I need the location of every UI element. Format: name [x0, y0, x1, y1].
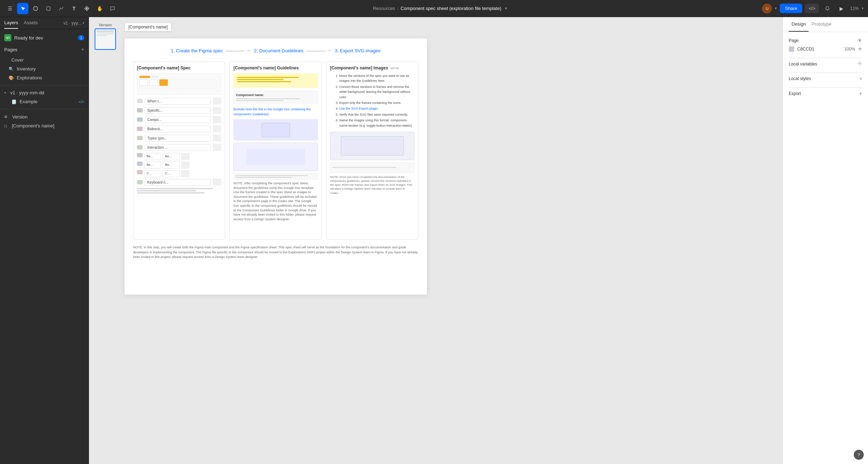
main-content-frame: 1. Create the Figma spec ———→ 2. Documen… — [125, 38, 427, 295]
version-selector[interactable]: v1 · yyy... ▾ — [63, 20, 84, 29]
spec-double-thumb-1 — [137, 153, 143, 157]
breadcrumb-separator: / — [397, 6, 398, 11]
page-section: Page 👁 C8CCD1 100% 👁 — [789, 38, 862, 52]
toolbar: ☰ T ✋ Resources / Component spec sheet (… — [0, 0, 868, 17]
hand-tool-button[interactable]: ✋ — [94, 3, 105, 14]
left-panel-content: Ready for dev 1 Pages + Cover 🔍 Inventor… — [0, 29, 89, 464]
comment-tool-button[interactable] — [107, 3, 118, 14]
guidelines-large-img-inner — [247, 149, 305, 165]
tab-design[interactable]: Design — [789, 17, 809, 32]
tab-prototype[interactable]: Prototype — [809, 17, 834, 32]
export-add-icon[interactable]: + — [859, 90, 862, 97]
breadcrumb-parent[interactable]: Resources — [373, 6, 395, 11]
guidelines-large-image — [233, 143, 318, 171]
dropdown-chevron-icon[interactable]: ▾ — [505, 6, 507, 11]
local-styles-section: Local styles + — [789, 76, 862, 81]
spec-item-4: Types (pro... — [137, 135, 221, 142]
guidelines-highlight — [235, 75, 316, 84]
spec-item-right-0 — [213, 97, 221, 105]
images-step-4: Use the SVG Export plugin. — [339, 106, 414, 111]
spec-item-label-1: Specific... — [145, 107, 211, 114]
add-page-button[interactable]: + — [81, 46, 84, 53]
menu-button[interactable]: ☰ — [4, 3, 16, 14]
play-button[interactable]: ▶ — [836, 3, 847, 14]
spec-double-label-3b: C... — [163, 170, 180, 177]
spec-bottom-line-3 — [137, 192, 205, 194]
page-color-pct: 100% — [844, 47, 855, 52]
local-styles-title: Local styles — [789, 76, 811, 81]
notification-button[interactable] — [822, 3, 833, 14]
local-styles-header[interactable]: Local styles + — [789, 76, 862, 81]
zoom-chevron-icon[interactable]: ▾ — [862, 6, 864, 11]
spec-double-label-2a: Be... — [144, 162, 161, 169]
spec-item-1: Specific... — [137, 107, 221, 114]
version-header-label: v1 · yyyy-mm-dd — [10, 90, 44, 95]
page-icon-inventory: 🔍 — [9, 67, 14, 72]
divider-3 — [789, 87, 862, 88]
component-name-badge[interactable]: [Component's name] — [125, 23, 171, 31]
version-thumbnail-area: Version — [95, 23, 116, 50]
step-2-label: 2. Document Guidelines — [254, 48, 303, 53]
guidelines-name-line-2 — [236, 100, 284, 101]
svg-rect-0 — [34, 7, 37, 10]
tab-assets[interactable]: Assets — [24, 20, 38, 29]
version-chevron-icon[interactable]: ▾ — [83, 21, 84, 25]
local-styles-add-icon[interactable]: + — [859, 76, 862, 81]
spec-double-right-1 — [181, 153, 190, 160]
main-layout: Layers Assets v1 · yyy... ▾ Ready for de… — [0, 17, 868, 464]
guidelines-column: [Component's name] Guidelines Component … — [229, 62, 322, 239]
export-header[interactable]: Export + — [789, 90, 862, 97]
images-col-title: [Component's name] Images — [330, 65, 388, 70]
right-panel: Design Prototype Page 👁 C8CCD1 100% 👁 — [783, 17, 868, 464]
version-item-example[interactable]: 🗒️ Example </> — [0, 97, 89, 106]
spec-item-right-1 — [213, 107, 221, 114]
spec-double-label-1a: Be... — [144, 153, 161, 160]
spec-double-row-2: Be... Be... — [137, 162, 221, 169]
images-preview-inner — [341, 136, 403, 156]
spec-bottom-line-2 — [137, 190, 196, 191]
page-item-explorations[interactable]: 🎨 Explorations — [0, 73, 89, 82]
images-step-1: Move the sections of the spec you want t… — [339, 73, 414, 84]
page-label-cover: Cover — [11, 57, 24, 63]
dev-mode-button[interactable]: </> — [805, 4, 819, 13]
spec-item-right-4 — [213, 135, 221, 142]
version-label: v1 · yyy... — [63, 21, 81, 26]
guidelines-link[interactable]: [Include here the link to the Google Doc… — [233, 107, 311, 116]
images-steps-list: Move the sections of the spec you want t… — [330, 73, 414, 128]
page-color-row: C8CCD1 100% 👁 — [789, 46, 862, 52]
page-label-inventory: Inventory — [17, 66, 36, 72]
step-arrow-1: ———→ — [226, 47, 251, 54]
version-header[interactable]: ▾ v1 · yyyy-mm-dd — [0, 88, 89, 97]
page-color-swatch[interactable] — [789, 46, 794, 52]
component-tool-button[interactable] — [81, 3, 92, 14]
guidelines-img-inner — [261, 123, 290, 137]
tab-layers[interactable]: Layers — [4, 20, 18, 29]
zoom-level: 11% — [850, 6, 859, 11]
local-variables-settings-icon[interactable] — [857, 61, 862, 67]
toolbar-center: Resources / Component spec sheet (explor… — [121, 6, 759, 11]
help-button[interactable]: ? — [854, 450, 864, 460]
images-preview-box — [330, 132, 414, 160]
shape-tool-button[interactable] — [43, 3, 54, 14]
select-tool-button[interactable] — [17, 3, 28, 14]
page-visibility-icon[interactable]: 👁 — [857, 38, 862, 43]
spec-item-label-4: Types (pro... — [145, 135, 211, 142]
page-item-inventory[interactable]: 🔍 Inventory — [0, 64, 89, 73]
ready-for-dev-item[interactable]: Ready for dev 1 — [0, 32, 89, 43]
share-button[interactable]: Share — [780, 4, 802, 13]
pages-title: Pages — [4, 47, 17, 52]
pen-tool-button[interactable] — [55, 3, 67, 14]
page-item-cover[interactable]: Cover — [0, 56, 89, 64]
frame-tool-button[interactable] — [30, 3, 41, 14]
export-title: Export — [789, 91, 801, 96]
bottom-version-item[interactable]: ≡ Version — [0, 112, 89, 121]
images-step-6: Name the images using this format: compo… — [339, 118, 414, 128]
spec-double-label-2b: Be... — [163, 162, 180, 169]
avatar-chevron-icon[interactable]: ▾ — [775, 6, 777, 11]
spec-item-label-2: Compo... — [145, 116, 211, 123]
local-variables-header[interactable]: Local variables — [789, 61, 862, 67]
page-eye-icon[interactable]: 👁 — [858, 47, 862, 52]
spec-item-label-3: Bidirecti... — [145, 126, 211, 132]
bottom-component-item[interactable]: □ [Component's name] — [0, 121, 89, 130]
text-tool-button[interactable]: T — [68, 3, 80, 14]
